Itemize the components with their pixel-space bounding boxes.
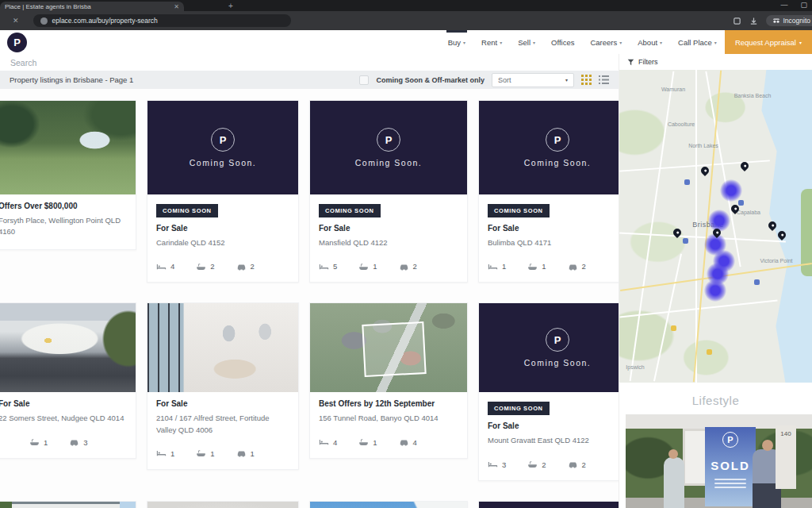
coming-soon-text: Coming Soon. xyxy=(355,158,423,167)
nav-item-label: Buy xyxy=(448,38,461,47)
nav-item-about[interactable]: About▾ xyxy=(630,30,670,55)
coming-soon-checkbox[interactable] xyxy=(359,75,369,85)
listing-card[interactable]: Best Offers by 12th September156 Tunnel … xyxy=(309,302,468,458)
grid-view-icon[interactable] xyxy=(581,75,592,85)
card-body: COMING SOONFor SaleBulimba QLD 4171112 xyxy=(479,194,619,282)
nav-item-label: Sell xyxy=(518,38,530,47)
list-view-icon[interactable] xyxy=(599,75,609,85)
lifestyle-photo[interactable]: P SOLD 140 xyxy=(626,414,812,508)
close-tab-icon[interactable]: ✕ xyxy=(174,3,179,10)
bed-stat: 4 xyxy=(319,438,337,447)
listing-stats: 422 xyxy=(156,262,289,271)
nav-item-rent[interactable]: Rent▾ xyxy=(473,30,510,55)
address-bar[interactable]: eplace.com.au/buy/property-search xyxy=(33,14,291,27)
request-appraisal-button[interactable]: Request Appraisal ▾ xyxy=(725,30,812,55)
stat-value: 3 xyxy=(502,460,506,469)
card-body: COMING SOONFor SaleMount Gravatt East QL… xyxy=(479,392,619,479)
nav-item-careers[interactable]: Careers▾ xyxy=(582,30,630,55)
car-icon xyxy=(236,449,247,457)
coming-soon-text: Coming Soon. xyxy=(524,358,592,368)
bed-stat: 1 xyxy=(488,262,506,271)
person-silhouette xyxy=(664,457,684,508)
stat-value: 3 xyxy=(83,438,87,447)
listing-stats: 13 xyxy=(0,438,127,447)
search-input[interactable] xyxy=(0,58,619,67)
map[interactable]: WamuranCabooltureBanksia BeachNorth Lake… xyxy=(619,70,812,383)
listing-card[interactable]: For Sale2104 / 167 Alfred Street, Fortit… xyxy=(147,302,299,470)
download-icon[interactable] xyxy=(749,17,758,25)
coming-soon-badge: COMING SOON xyxy=(488,402,550,415)
price-label: Offers Over $800,000 xyxy=(0,202,127,210)
price-label: For Sale xyxy=(488,224,619,233)
chevron-down-icon: ▾ xyxy=(660,40,662,45)
stat-value: 1 xyxy=(251,449,255,458)
cta-label: Request Appraisal xyxy=(735,38,796,47)
car-icon xyxy=(399,438,409,446)
person-head xyxy=(762,440,773,451)
site-info-icon[interactable] xyxy=(40,17,48,25)
minimize-icon[interactable]: — xyxy=(780,1,787,9)
listing-card[interactable]: For Sale22 Somers Street, Nudgee QLD 401… xyxy=(0,302,136,458)
filters-button[interactable]: Filters xyxy=(619,54,812,70)
price-label: For Sale xyxy=(488,421,619,430)
coming-soon-text: Coming Soon. xyxy=(190,158,257,167)
cluster-marker[interactable] xyxy=(708,210,730,232)
stat-value: 1 xyxy=(373,438,377,447)
listing-address: Carindale QLD 4152 xyxy=(156,237,289,248)
chevron-down-icon: ▾ xyxy=(500,40,502,45)
cluster-marker[interactable] xyxy=(720,179,742,202)
nav-item-sell[interactable]: Sell▾ xyxy=(510,30,543,55)
listing-card[interactable]: PComing Soon.COMING SOONFor SaleMansfiel… xyxy=(309,100,468,283)
browser-tab[interactable]: Place | Estate agents in Brisba ✕ xyxy=(0,2,184,11)
close-icon[interactable]: ✕ xyxy=(13,17,19,25)
listing-stats: 512 xyxy=(319,262,458,271)
card-body: Best Offers by 12th September156 Tunnel … xyxy=(310,392,467,457)
place-logo-outline: P xyxy=(546,328,569,352)
chevron-down-icon: ▾ xyxy=(799,40,802,45)
listing-address: Mount Gravatt East QLD 4122 xyxy=(488,435,619,446)
car-stat: 3 xyxy=(69,438,87,447)
map-label: Ipswich xyxy=(626,364,644,370)
cluster-marker[interactable] xyxy=(704,279,726,302)
lifestyle-heading: Lifestyle xyxy=(619,394,812,407)
sort-label: Sort xyxy=(498,76,511,84)
listing-card[interactable] xyxy=(478,501,619,508)
stat-value: 4 xyxy=(170,262,174,271)
house-number-pillar: 140 xyxy=(776,425,796,489)
bath-icon xyxy=(527,263,538,271)
price-label: For Sale xyxy=(0,399,127,408)
incognito-badge: Incognito xyxy=(766,15,812,26)
listing-card[interactable]: Offers Over $800,000Forsyth Place, Welli… xyxy=(0,100,136,250)
listing-card[interactable]: PComing Soon.COMING SOONFor SaleMount Gr… xyxy=(478,302,619,480)
sort-dropdown[interactable]: Sort ▾ xyxy=(492,73,574,87)
new-tab-button[interactable]: + xyxy=(228,2,233,11)
listing-card[interactable] xyxy=(0,501,136,508)
filter-icon xyxy=(627,59,634,66)
bath-stat: 2 xyxy=(196,262,214,271)
main-nav: Buy▾Rent▾Sell▾OfficesCareers▾About▾Call … xyxy=(440,30,725,55)
listing-card[interactable]: PComing Soon.COMING SOONFor SaleCarindal… xyxy=(147,100,299,283)
card-body: COMING SOONFor SaleMansfield QLD 4122512 xyxy=(310,194,467,282)
listing-photo xyxy=(0,101,136,194)
listing-card[interactable] xyxy=(309,501,468,508)
listing-photo xyxy=(147,303,298,392)
price-label: Best Offers by 12th September xyxy=(319,399,458,408)
coming-soon-badge: COMING SOON xyxy=(488,204,550,217)
bed-icon xyxy=(319,263,329,271)
nav-item-call-place[interactable]: Call Place▾ xyxy=(670,30,725,55)
map-water xyxy=(717,70,812,383)
maximize-icon[interactable]: ▢ xyxy=(800,1,807,9)
extensions-icon[interactable] xyxy=(733,17,741,25)
place-logo[interactable]: P xyxy=(7,33,27,52)
nav-item-buy[interactable]: Buy▾ xyxy=(440,30,473,55)
chevron-down-icon: ▾ xyxy=(619,40,622,45)
place-logo-outline: P xyxy=(211,128,235,152)
listing-card[interactable]: PComing Soon.COMING SOONFor SaleBulimba … xyxy=(478,100,619,283)
listing-card[interactable] xyxy=(147,501,299,508)
incognito-label: Incognito xyxy=(783,17,811,25)
search-bar xyxy=(0,54,619,71)
map-pin[interactable] xyxy=(699,165,710,176)
stat-value: 4 xyxy=(413,438,417,447)
coming-soon-toggle-label[interactable]: Coming Soon & Off-market only xyxy=(376,76,485,84)
nav-item-offices[interactable]: Offices xyxy=(543,30,582,55)
